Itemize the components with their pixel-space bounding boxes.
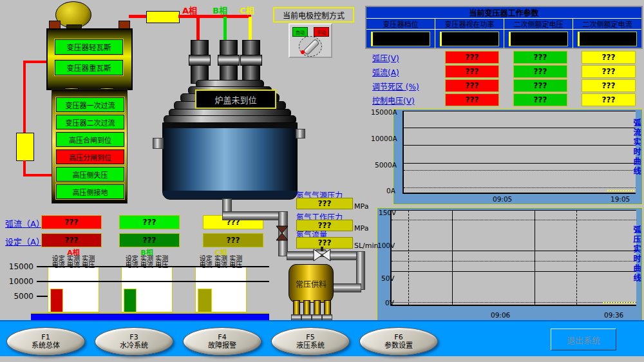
feed-valve-icon[interactable] bbox=[313, 247, 331, 265]
button-label: 系统总体 bbox=[32, 341, 60, 350]
auto-mode-button[interactable]: 自动 bbox=[292, 27, 308, 37]
button-label: 液压系统 bbox=[296, 341, 325, 350]
electrode-clamp bbox=[218, 55, 240, 66]
phase-a-label: A相 bbox=[182, 4, 197, 16]
manual-valve-icon[interactable] bbox=[274, 225, 290, 243]
bar-y-tick: 10000 bbox=[6, 277, 33, 286]
transformer-heavy-gas-indicator: 变压器重瓦斯 bbox=[54, 59, 124, 76]
electrode-a bbox=[191, 40, 209, 84]
arc-current-row-label: 弧流（A） bbox=[5, 217, 44, 229]
hmi-screen: 变压器轻瓦斯 变压器重瓦斯 A相 B相 C相 变压器一次过流 变压器二次过流 高… bbox=[0, 0, 644, 362]
dead-zone-param-label: 调节死区 (%) bbox=[372, 81, 419, 91]
status-label: 高压侧失压 bbox=[73, 169, 108, 180]
trend-cursor bbox=[603, 302, 635, 303]
param-value-yellow: ??? bbox=[582, 79, 636, 92]
phase-c-wire bbox=[249, 17, 252, 41]
x-tick: 09:05 bbox=[493, 195, 512, 203]
table-header-row: 变压器档位 变压器视在功率 二次侧额定电压 二次侧额定电流 bbox=[366, 19, 641, 30]
table-value-cell bbox=[366, 30, 435, 48]
table-header-cell: 变压器档位 bbox=[366, 19, 435, 30]
phase-b-label: B相 bbox=[213, 4, 227, 16]
button-label: 参数设置 bbox=[384, 341, 413, 350]
gridline bbox=[452, 211, 453, 305]
status-transformer-primary-overcurrent: 变压器一次过流 bbox=[55, 97, 125, 113]
gridline bbox=[408, 211, 409, 305]
furnace-trunnion bbox=[296, 129, 305, 138]
electrode-c bbox=[242, 40, 260, 84]
secondary-rated-voltage-value bbox=[509, 32, 568, 46]
table-value-cell bbox=[504, 30, 573, 48]
gridline bbox=[404, 187, 636, 188]
furnace-trunnion bbox=[153, 138, 164, 149]
status-label: 高压合闸到位 bbox=[69, 135, 111, 145]
phase-c-label: C相 bbox=[240, 4, 254, 16]
electrode-b bbox=[220, 40, 238, 84]
arc-voltage-param-label: 弧压(V) bbox=[372, 52, 399, 63]
arc-current-plot bbox=[402, 111, 636, 194]
header-text: 变压器档位 bbox=[383, 19, 419, 29]
secondary-rated-current-value bbox=[578, 32, 637, 46]
arc-current-param-label: 弧流(A) bbox=[372, 66, 399, 77]
gridline bbox=[404, 170, 636, 171]
table-title: 当前变压器工作参数 bbox=[366, 7, 641, 19]
pipe-segment bbox=[287, 251, 316, 260]
param-value-green: ??? bbox=[513, 51, 567, 64]
param-value-yellow: ??? bbox=[582, 65, 636, 78]
gridline bbox=[392, 251, 636, 251]
status-transformer-secondary-overcurrent: 变压器二次过流 bbox=[55, 114, 125, 130]
y-tick: 150V bbox=[379, 209, 396, 216]
exit-system-button[interactable]: 退出系统 bbox=[551, 329, 616, 350]
nav-button-f1-system-overview[interactable]: F1 系统总体 bbox=[6, 327, 85, 356]
nav-button-f6-parameter-settings[interactable]: F6 参数设置 bbox=[359, 327, 438, 356]
control-voltage-param-label: 控制电压(V) bbox=[372, 95, 415, 106]
header-text: 变压器视在功率 bbox=[445, 19, 495, 29]
status-hv-open-in-position: 高压分闸到位 bbox=[55, 149, 125, 165]
fkey-label: F6 bbox=[394, 333, 402, 341]
fkey-label: F4 bbox=[218, 333, 226, 341]
hv-wire bbox=[23, 61, 49, 63]
furnace-body-top-band bbox=[163, 123, 297, 128]
vessel-label-text: 常压供料 bbox=[296, 278, 327, 289]
transformer-light-gas-indicator: 变压器轻瓦斯 bbox=[54, 39, 124, 55]
fkey-label: F5 bbox=[306, 333, 314, 341]
nav-button-f5-hydraulic-system[interactable]: F5 液压系统 bbox=[271, 327, 350, 356]
furnace-body bbox=[162, 122, 298, 200]
electrode-clamp bbox=[189, 55, 211, 66]
knob-handle bbox=[303, 39, 319, 55]
table-header-cell: 二次侧额定电流 bbox=[573, 19, 641, 30]
phase-c-set-current-bar bbox=[198, 289, 212, 312]
setpoint-row-label: 设定（A） bbox=[5, 235, 44, 247]
lid-status-text: 炉盖未到位 bbox=[214, 93, 256, 106]
status-label: 变压器一次过流 bbox=[66, 100, 115, 110]
hv-wire bbox=[23, 61, 26, 133]
apparent-power-value bbox=[440, 32, 499, 46]
status-label: 变压器二次过流 bbox=[66, 117, 115, 128]
bar-gridline-10000 bbox=[37, 281, 269, 282]
nav-button-f3-water-cooling[interactable]: F3 水冷系统 bbox=[95, 327, 173, 356]
knob-position-dot bbox=[301, 50, 305, 54]
gas-source-pressure-value: ??? bbox=[296, 198, 353, 209]
group-header: 电流 电流 电压 bbox=[193, 260, 249, 269]
control-mode-switch-panel: 自动 手动 bbox=[289, 23, 332, 58]
nav-button-f4-fault-alarm[interactable]: F4 故障报警 bbox=[183, 327, 261, 356]
setpoint-a-value: ??? bbox=[41, 233, 102, 247]
bar-tick-5000 bbox=[37, 296, 48, 297]
pipe-segment bbox=[331, 283, 361, 292]
hv-fuse-symbol bbox=[16, 133, 34, 161]
control-mode-title: 当前电极控制方式 bbox=[273, 7, 354, 23]
feed-vessel-label: 常压供料 bbox=[289, 265, 333, 302]
status-hv-side-ground: 高压侧接地 bbox=[55, 184, 125, 200]
setpoint-c-value: ??? bbox=[203, 233, 263, 247]
gridline bbox=[404, 163, 636, 164]
group-header: 电流 电流 电压 bbox=[118, 260, 175, 269]
manual-mode-button[interactable]: 手动 bbox=[314, 27, 329, 37]
gridline bbox=[392, 261, 636, 262]
x-tick: 19:05 bbox=[611, 195, 630, 203]
mode-selector-knob[interactable] bbox=[299, 36, 322, 57]
param-value-yellow: ??? bbox=[582, 51, 636, 64]
setpoint-b-value: ??? bbox=[119, 233, 180, 247]
gridline bbox=[392, 302, 636, 303]
y-tick: 0V bbox=[385, 299, 394, 307]
param-value-green: ??? bbox=[513, 79, 567, 92]
table-value-cell bbox=[573, 30, 641, 48]
